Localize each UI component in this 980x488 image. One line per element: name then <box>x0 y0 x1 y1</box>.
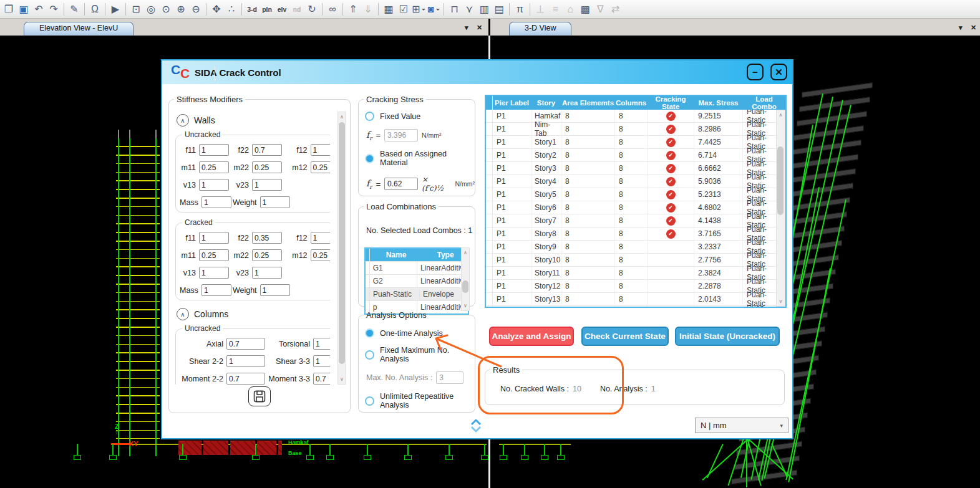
one-time-analysis-radio[interactable] <box>365 328 374 338</box>
save-modifiers-button[interactable] <box>248 386 271 406</box>
modifier-input[interactable] <box>311 161 330 173</box>
damper-assign-icon[interactable]: ≡ <box>548 2 562 17</box>
modifier-input[interactable] <box>199 267 229 279</box>
unlimited-analysis-radio[interactable] <box>365 396 374 406</box>
modifier-input[interactable] <box>313 355 330 367</box>
rendered-view-icon[interactable]: ▩ <box>578 2 592 17</box>
modifier-input[interactable] <box>313 338 330 350</box>
collapse-columns-icon[interactable]: ∧ <box>177 308 189 320</box>
3d-view-icon[interactable]: 3-d <box>245 2 259 17</box>
zoom-out-icon[interactable]: ⊖ <box>189 2 203 17</box>
save-icon[interactable]: ▣ <box>17 2 31 17</box>
table-row[interactable]: P1 Story4 8 8 ✔ 5.9036 Puah-Static <box>486 175 776 188</box>
fixed-stress-input[interactable] <box>384 129 418 141</box>
pan-icon[interactable]: ✥ <box>210 2 223 17</box>
draw-floor-icon[interactable]: ▤ <box>492 2 506 17</box>
walls-section-header[interactable]: ∧ Walls <box>177 113 330 128</box>
check-current-state-button[interactable]: Check Current State <box>581 327 669 346</box>
tab-elevation-view[interactable]: Elevation View - ElevU <box>24 22 133 36</box>
window-menu-caret-icon[interactable]: ▾ <box>959 24 963 32</box>
nd-view-icon[interactable]: nd <box>290 2 304 17</box>
scroll-up-icon[interactable]: ∧ <box>777 112 785 118</box>
modifier-input[interactable] <box>201 196 231 208</box>
shrink-objects-icon[interactable]: ▦ <box>382 2 395 17</box>
table-row[interactable]: P1 Story5 8 8 ✔ 5.2313 Puah-Static <box>486 188 776 201</box>
modifier-input[interactable] <box>252 249 282 261</box>
toolbar-separator[interactable] <box>342 3 343 16</box>
modifier-input[interactable] <box>252 232 282 244</box>
select-objects-icon[interactable]: ☑ <box>397 2 410 17</box>
ship-load-icon[interactable]: ∇ <box>593 2 607 17</box>
minimize-button[interactable]: − <box>747 64 764 80</box>
table-row[interactable]: P1 Story3 8 8 ✔ 6.6662 Puah-Static <box>486 162 776 175</box>
combo-row[interactable]: G1 LinearAdditive <box>366 261 468 274</box>
toolbar-separator[interactable] <box>444 3 444 16</box>
toolbar-separator[interactable] <box>64 3 64 16</box>
rotate-3d-view-icon[interactable]: ↻ <box>305 2 319 17</box>
analyze-and-assign-button[interactable]: Analyze and Assign <box>489 327 574 346</box>
lock-model-icon[interactable]: Ω <box>88 2 102 17</box>
tab-3d-view[interactable]: 3-D View <box>509 22 571 36</box>
table-row[interactable]: P1 Story9 8 8 ✔ 3.2337 Puah-Static <box>486 241 776 254</box>
table-row[interactable]: P1 Story8 8 8 ✔ 3.7165 Puah-Static <box>486 227 776 241</box>
toolbar-separator[interactable] <box>378 3 379 16</box>
modifier-input[interactable] <box>252 267 282 279</box>
combo-row[interactable]: G2 LinearAdditive <box>366 274 468 287</box>
scroll-down-icon[interactable]: ∨ <box>777 299 785 304</box>
table-row[interactable]: P1 Story14 8 8 ✔ 1.6798 Puah-Static <box>486 306 776 307</box>
modifier-input[interactable] <box>313 373 330 385</box>
restore-full-view-icon[interactable]: ◎ <box>144 2 158 17</box>
view-cube-icon[interactable]: ⊞ <box>412 2 425 17</box>
modifier-input[interactable] <box>199 144 229 156</box>
modifier-input[interactable] <box>311 249 330 261</box>
modifier-input[interactable] <box>226 355 265 367</box>
assigned-material-radio[interactable] <box>365 154 374 163</box>
toolbar-separator[interactable] <box>105 3 105 16</box>
toolbar-separator[interactable] <box>84 3 85 16</box>
stress-coefficient-input[interactable] <box>384 178 418 190</box>
snap-icon[interactable]: ∴ <box>225 2 238 17</box>
combo-row[interactable]: Puah-Static Envelope <box>366 287 468 300</box>
table-row[interactable]: P1 Story1 8 8 ✔ 7.4425 Puah-Static <box>486 136 776 149</box>
elevation-view-icon[interactable]: elv <box>275 2 289 17</box>
close-button[interactable]: ✕ <box>770 64 787 80</box>
tendon-icon[interactable]: ⌂ <box>563 2 577 17</box>
modifier-input[interactable] <box>226 338 265 350</box>
fixed-value-radio[interactable] <box>365 112 374 121</box>
table-row[interactable]: P1 Story13 8 8 ✔ 2.0143 Puah-Static <box>486 293 776 306</box>
window-menu-caret-icon[interactable]: ▾ <box>465 24 468 32</box>
toolbar-separator[interactable] <box>509 3 510 16</box>
initial-state-button[interactable]: Initial State (Uncracked) <box>675 327 780 346</box>
scrollbar-thumb[interactable] <box>339 122 345 364</box>
open-file-icon[interactable]: ❐ <box>2 2 16 17</box>
modifier-input[interactable] <box>311 144 330 156</box>
plan-view-icon[interactable]: pln <box>260 2 274 17</box>
toolbar-separator[interactable] <box>530 3 530 16</box>
zoom-in-icon[interactable]: ⊕ <box>174 2 188 17</box>
undo-icon[interactable]: ↶ <box>32 2 46 17</box>
draw-frame-icon[interactable]: ⊓ <box>447 2 461 17</box>
collapse-walls-icon[interactable]: ∧ <box>177 114 189 127</box>
modifier-input[interactable] <box>199 232 229 244</box>
table-row[interactable]: P1 Story2 8 8 ✔ 6.714 Puah-Static <box>486 149 776 162</box>
run-analysis-icon[interactable]: ▶ <box>109 2 122 17</box>
modifier-input[interactable] <box>311 232 330 244</box>
fixed-max-analysis-radio[interactable] <box>365 350 374 360</box>
modifier-input[interactable] <box>260 284 290 296</box>
toolbar-separator[interactable] <box>322 3 323 16</box>
object-shading-icon[interactable]: ◙ <box>427 2 440 17</box>
modifier-input[interactable] <box>252 179 282 191</box>
redo-icon[interactable]: ↷ <box>47 2 61 17</box>
scrollbar-thumb[interactable] <box>777 146 784 215</box>
toolbar-separator[interactable] <box>125 3 126 16</box>
scrollbar-thumb[interactable] <box>462 280 468 293</box>
previous-zoom-icon[interactable]: ⊙ <box>159 2 173 17</box>
move-down-list-icon[interactable]: ⇓ <box>361 2 375 17</box>
table-row[interactable]: P1 Story7 8 8 ✔ 4.1438 Puah-Static <box>486 214 776 227</box>
table-row[interactable]: P1 Nim-Tab 8 8 ✔ 8.2986 Puah-Static <box>486 123 776 136</box>
modifier-input[interactable] <box>199 179 229 191</box>
table-row[interactable]: P1 Story12 8 8 ✔ 2.2878 Puah-Static <box>486 280 776 293</box>
scroll-up-icon[interactable]: ∧ <box>462 250 469 256</box>
draw-joint-icon[interactable]: ⋎ <box>462 2 476 17</box>
scroll-down-icon[interactable]: ∨ <box>462 303 469 309</box>
